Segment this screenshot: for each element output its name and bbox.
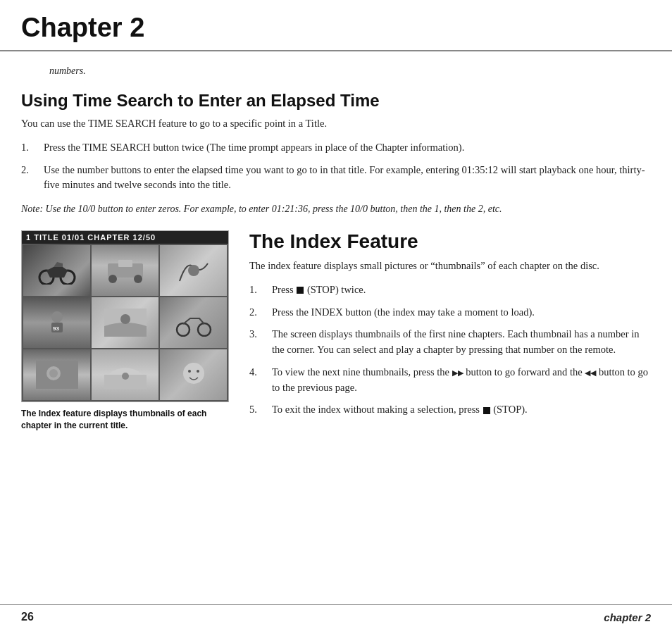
thumb-inner: 93 (23, 297, 90, 348)
index-steps: 1. Press (STOP) twice. 2. Press the INDE… (249, 282, 651, 418)
step-num: 5. (249, 402, 272, 418)
italic-intro-text: numbers. (49, 66, 86, 76)
index-intro: The index feature displays small picture… (249, 259, 651, 274)
step-num: 1. (249, 282, 272, 298)
thumb-inner (160, 297, 227, 348)
thumb-image-4: 93 (36, 309, 78, 337)
thumb-inner (160, 245, 227, 296)
list-item: 1. Press (STOP) twice. (249, 282, 651, 298)
thumb-grid: 93 (22, 244, 228, 401)
svg-point-13 (198, 323, 211, 336)
svg-point-4 (108, 275, 117, 283)
step-num: 2. (21, 163, 44, 194)
thumb-cell-2 (92, 245, 158, 296)
thumb-cell-5 (92, 297, 158, 348)
svg-point-12 (177, 323, 189, 336)
time-search-note: Note: Use the 10/0 button to enter zeros… (21, 201, 651, 216)
thumb-image-2 (104, 256, 147, 285)
two-col-section: 1 TITLE 01/01 CHAPTER 12/50 (21, 230, 651, 432)
left-col: 1 TITLE 01/01 CHAPTER 12/50 (21, 230, 232, 432)
thumbnail-display: 1 TITLE 01/01 CHAPTER 12/50 (21, 230, 229, 402)
thumb-inner (23, 245, 90, 296)
thumb-image-1 (36, 256, 78, 285)
thumb-cell-6 (160, 297, 227, 348)
thumb-cell-8 (92, 349, 158, 400)
thumb-inner (92, 297, 158, 348)
list-item: 5. To exit the index without making a se… (249, 402, 651, 418)
stop-icon (297, 287, 304, 294)
svg-point-11 (120, 314, 130, 324)
thumb-image-6 (173, 309, 215, 337)
footer-chapter-label: chapter 2 (604, 611, 651, 623)
index-heading: The Index Feature (249, 230, 651, 253)
svg-point-6 (188, 265, 199, 276)
page-footer: 26 chapter 2 (0, 604, 672, 629)
svg-point-21 (197, 370, 199, 373)
list-item: 1. Press the TIME SEARCH button twice (T… (21, 140, 651, 156)
italic-intro: numbers. (49, 66, 651, 77)
page-number: 26 (21, 611, 34, 623)
svg-point-18 (122, 373, 129, 380)
list-item: 2. Press the INDEX button (the index may… (249, 305, 651, 320)
list-item: 2. Use the number buttons to enter the e… (21, 163, 651, 194)
time-search-steps: 1. Press the TIME SEARCH button twice (T… (21, 140, 651, 193)
thumb-caption: The Index feature displays thumbnails of… (21, 408, 232, 432)
thumb-inner (160, 349, 227, 400)
fast-forward-icon: ▶▶ (452, 367, 463, 379)
thumb-cell-4: 93 (23, 297, 90, 348)
content-area: numbers. Using Time Search to Enter an E… (0, 58, 672, 474)
thumb-cell-7 (23, 349, 90, 400)
step-text: Press (STOP) twice. (272, 282, 651, 298)
svg-point-19 (183, 363, 204, 384)
thumb-image-9 (173, 361, 215, 389)
thumb-inner (92, 349, 158, 400)
svg-text:93: 93 (53, 325, 59, 332)
list-item: 4. To view the next nine thumbnails, pre… (249, 365, 651, 396)
step-num: 1. (21, 140, 44, 156)
step-num: 4. (249, 365, 272, 396)
step-num: 3. (249, 327, 272, 358)
stop-icon (483, 407, 490, 414)
step-text: To view the next nine thumbnails, press … (272, 365, 651, 396)
step-text: Press the INDEX button (the index may ta… (272, 305, 651, 320)
thumb-image-5 (104, 309, 147, 337)
thumb-image-8 (104, 361, 147, 389)
thumb-cell-3 (160, 245, 227, 296)
svg-point-5 (134, 275, 142, 283)
step-text: Press the TIME SEARCH button twice (The … (44, 140, 651, 156)
chapter-header: Chapter 2 (0, 0, 672, 51)
svg-point-20 (188, 370, 191, 373)
svg-rect-3 (118, 260, 132, 267)
thumb-inner (92, 245, 158, 296)
time-search-heading: Using Time Search to Enter an Elapsed Ti… (21, 91, 651, 111)
thumb-cell-9 (160, 349, 227, 400)
svg-point-16 (49, 369, 58, 378)
list-item: 3. The screen displays thumbnails of the… (249, 327, 651, 358)
thumb-cell-1 (23, 245, 90, 296)
step-text: Use the number buttons to enter the elap… (44, 163, 651, 194)
step-text: The screen displays thumbnails of the fi… (272, 327, 651, 358)
page-wrapper: Chapter 2 numbers. Using Time Search to … (0, 0, 672, 629)
chapter-title: Chapter 2 (21, 13, 651, 43)
thumb-header: 1 TITLE 01/01 CHAPTER 12/50 (22, 231, 228, 244)
rewind-icon: ◀◀ (585, 367, 596, 379)
right-col: The Index Feature The index feature disp… (249, 230, 651, 426)
thumb-image-3 (173, 256, 215, 285)
thumb-image-7 (36, 361, 78, 389)
svg-point-7 (51, 311, 63, 323)
thumb-inner (23, 349, 90, 400)
step-num: 2. (249, 305, 272, 320)
step-text: To exit the index without making a selec… (272, 402, 651, 418)
time-search-intro: You can use the TIME SEARCH feature to g… (21, 116, 651, 132)
